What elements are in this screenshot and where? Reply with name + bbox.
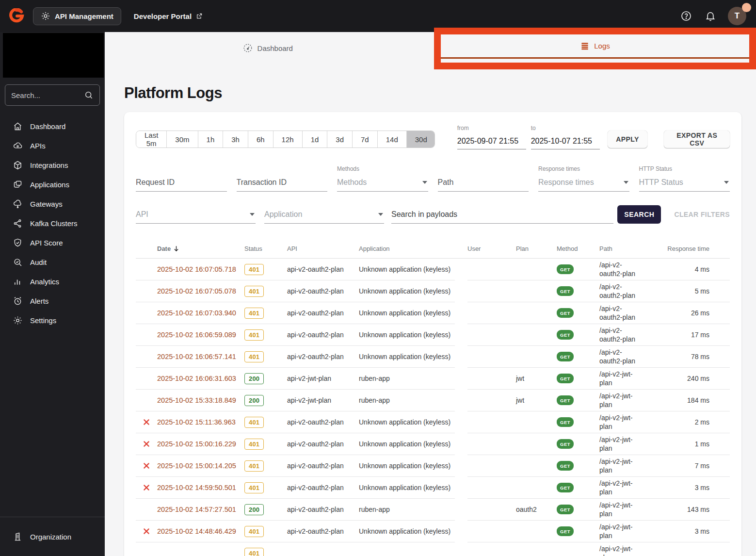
column-header-path[interactable]: Path	[599, 239, 659, 259]
help-icon[interactable]	[680, 10, 692, 22]
log-date-link[interactable]: 2025-10-02 15:00:16.229	[157, 433, 244, 455]
time-range-button[interactable]: 12h	[273, 131, 303, 147]
log-date-link[interactable]: 2025-10-02 15:33:18.849	[157, 390, 244, 411]
table-row[interactable]: 2025-10-02 16:06:59.089 401 api-v2-oauth…	[136, 324, 730, 346]
sidebar-item-apis[interactable]: APIs	[0, 136, 105, 155]
sidebar-item-audit[interactable]: Audit	[0, 252, 105, 272]
table-row[interactable]: 2025-10-02 16:06:31.603 200 api-v2-jwt-p…	[136, 368, 730, 390]
path-input[interactable]	[438, 178, 528, 187]
sidebar-item-api-score[interactable]: API Score	[0, 233, 105, 252]
table-row[interactable]: 2025-10-02 15:00:14.205 401 api-v2-oauth…	[136, 455, 730, 477]
log-date-link[interactable]: 2025-10-02 16:07:05.078	[157, 280, 244, 302]
column-header-status[interactable]: Status	[244, 239, 287, 259]
time-range-button[interactable]: 3d	[327, 131, 353, 147]
log-plan	[516, 411, 557, 433]
column-header-response-time[interactable]: Response time	[659, 239, 730, 259]
table-row[interactable]: 2025-10-02 15:33:18.849 200 api-v2-jwt-p…	[136, 390, 730, 411]
log-date-link[interactable]: 2025-10-02 16:07:03.940	[157, 302, 244, 324]
windows-icon	[13, 180, 23, 190]
table-row[interactable]: 401 /api-v2-jwt-plan	[136, 542, 730, 556]
table-row[interactable]: 2025-10-02 15:11:36.963 401 api-v2-oauth…	[136, 411, 730, 433]
log-plan	[516, 302, 557, 324]
response-times-select[interactable]: Response times Response times	[538, 165, 629, 192]
app-switcher-button[interactable]: API Management	[33, 7, 121, 25]
request-id-input[interactable]	[136, 178, 226, 187]
log-date-link[interactable]: 2025-10-02 16:06:59.089	[157, 324, 244, 346]
sidebar-item-integrations[interactable]: Integrations	[0, 155, 105, 175]
time-range-button[interactable]: Last 5m	[136, 131, 167, 147]
gravitee-logo-icon[interactable]	[7, 6, 26, 26]
methods-select[interactable]: Methods Methods	[337, 165, 428, 192]
time-range-button[interactable]: 3h	[223, 131, 248, 147]
log-path: /api-v2-jwt-plan	[599, 521, 659, 542]
time-range-button[interactable]: 1h	[198, 131, 224, 147]
time-range-button[interactable]: 14d	[378, 131, 407, 147]
log-date-link[interactable]: 2025-10-02 16:06:57.141	[157, 346, 244, 368]
to-date-field[interactable]: to 2025-10-07 21:55	[531, 125, 600, 149]
log-date-link[interactable]	[157, 542, 244, 556]
column-header-date[interactable]: Date	[157, 239, 244, 259]
table-row[interactable]: 2025-10-02 16:07:05.078 401 api-v2-oauth…	[136, 280, 730, 302]
sidebar-item-dashboard[interactable]: Dashboard	[0, 116, 105, 136]
table-row[interactable]: 2025-10-02 14:48:46.429 401 api-v2-oauth…	[136, 521, 730, 542]
apply-button[interactable]: APPLY	[608, 131, 648, 148]
time-range-button[interactable]: 7d	[353, 131, 378, 147]
path-field[interactable]	[438, 165, 529, 192]
clear-filters-button[interactable]: CLEAR FILTERS	[674, 211, 730, 218]
sidebar-item-alerts[interactable]: Alerts	[0, 291, 105, 311]
application-placeholder: Application	[264, 210, 302, 219]
table-row[interactable]: 2025-10-02 16:07:03.940 401 api-v2-oauth…	[136, 302, 730, 324]
log-api: api-v2-oauth2-plan	[287, 346, 359, 368]
request-id-field[interactable]	[136, 165, 227, 192]
time-range-button[interactable]: 6h	[248, 131, 273, 147]
column-header-api[interactable]: API	[287, 239, 359, 259]
to-date-value[interactable]: 2025-10-07 21:55	[531, 133, 600, 149]
transaction-id-field[interactable]	[237, 165, 328, 192]
sidebar-item-applications[interactable]: Applications	[0, 175, 105, 194]
sidebar-item-gateways[interactable]: Gateways	[0, 194, 105, 213]
log-user	[467, 346, 516, 368]
search-button[interactable]: SEARCH	[617, 205, 661, 224]
sidebar-item-label: API Score	[30, 239, 63, 247]
column-header-method[interactable]: Method	[557, 239, 599, 259]
tab-logs[interactable]: Logs	[441, 34, 749, 57]
application-select[interactable]: Application	[264, 206, 384, 224]
table-row[interactable]: 2025-10-02 16:07:05.718 401 api-v2-oauth…	[136, 259, 730, 280]
log-date-link[interactable]: 2025-10-02 15:00:14.205	[157, 455, 244, 477]
tab-dashboard[interactable]: Dashboard	[105, 32, 431, 64]
table-row[interactable]: 2025-10-02 15:00:16.229 401 api-v2-oauth…	[136, 433, 730, 455]
sidebar-search[interactable]	[5, 84, 100, 106]
sidebar-item-organization[interactable]: Organization	[0, 527, 105, 546]
column-header-user[interactable]: User	[467, 239, 516, 259]
payload-search-field[interactable]	[391, 206, 613, 224]
time-range-button[interactable]: 30d	[407, 131, 435, 147]
http-status-select[interactable]: HTTP Status HTTP Status	[639, 165, 730, 192]
time-range-button[interactable]: 1d	[303, 131, 328, 147]
status-badge: 401	[244, 439, 264, 450]
log-date-link[interactable]: 2025-10-02 14:48:46.429	[157, 521, 244, 542]
from-date-field[interactable]: from 2025-09-07 21:55	[457, 125, 526, 149]
sidebar-search-input[interactable]	[11, 91, 80, 99]
log-date-link[interactable]: 2025-10-02 15:11:36.963	[157, 411, 244, 433]
sidebar-item-analytics[interactable]: Analytics	[0, 272, 105, 291]
export-csv-button[interactable]: EXPORT AS CSV	[664, 131, 730, 148]
notifications-bell-icon[interactable]	[705, 10, 716, 22]
transaction-id-input[interactable]	[237, 178, 327, 187]
column-header-plan[interactable]: Plan	[516, 239, 557, 259]
from-date-value[interactable]: 2025-09-07 21:55	[457, 133, 526, 149]
log-date-link[interactable]: 2025-10-02 16:06:31.603	[157, 368, 244, 390]
log-application: Unknown application (keyless)	[359, 411, 455, 433]
log-date-link[interactable]: 2025-10-02 14:59:50.501	[157, 477, 244, 499]
payload-search-input[interactable]	[391, 210, 612, 219]
api-select[interactable]: API	[136, 206, 256, 224]
developer-portal-link[interactable]: Developer Portal	[134, 12, 203, 20]
log-date-link[interactable]: 2025-10-02 16:07:05.718	[157, 259, 244, 280]
log-date-link[interactable]: 2025-10-02 14:57:27.501	[157, 499, 244, 521]
table-row[interactable]: 2025-10-02 16:06:57.141 401 api-v2-oauth…	[136, 346, 730, 368]
sidebar-item-kafka-clusters[interactable]: Kafka Clusters	[0, 213, 105, 233]
time-range-button[interactable]: 30m	[167, 131, 198, 147]
column-header-application[interactable]: Application	[359, 239, 455, 259]
table-row[interactable]: 2025-10-02 14:59:50.501 401 api-v2-oauth…	[136, 477, 730, 499]
table-row[interactable]: 2025-10-02 14:57:27.501 200 api-v2-oauth…	[136, 499, 730, 521]
sidebar-item-settings[interactable]: Settings	[0, 311, 105, 330]
